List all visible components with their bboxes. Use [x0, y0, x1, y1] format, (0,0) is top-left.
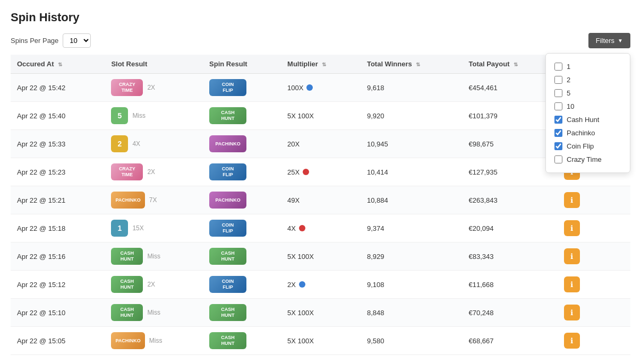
filter-option-cash-hunt[interactable]: Cash Hunt: [554, 113, 621, 126]
info-button[interactable]: ℹ: [564, 276, 580, 292]
spin-result-cell: PACHINKO: [203, 186, 281, 214]
filter-checkbox-cash-hunt[interactable]: [554, 116, 562, 124]
spin-result-badge: COINFLIP: [209, 163, 246, 180]
slot-badge: PACHINKO: [111, 332, 144, 349]
spin-result-badge: CASHHUNT: [209, 304, 246, 321]
occurred-at-cell: Apr 22 @ 15:12: [11, 271, 105, 299]
total-winners-cell: 8,929: [361, 242, 463, 271]
spin-result-cell: CASHHUNT: [203, 299, 281, 327]
slot-multiplier-text: Miss: [149, 337, 163, 344]
table-row: Apr 22 @ 15:33 2 4X PACHINKO 20X 10,945 …: [11, 130, 630, 158]
total-payout-cell: €83,343: [462, 242, 558, 271]
slot-multiplier-text: 2X: [147, 281, 155, 288]
col-multiplier[interactable]: Multiplier ⇅: [281, 55, 361, 74]
info-button[interactable]: ℹ: [564, 333, 580, 349]
watch-video-cell: ℹ: [558, 271, 630, 299]
slot-result-cell: CASHHUNT Miss: [105, 242, 203, 271]
multiplier-value: 20X: [287, 140, 300, 148]
table-row: Apr 22 @ 15:16 CASHHUNT Miss CASHHUNT 5X…: [11, 242, 630, 271]
total-payout-cell: €101,379: [462, 102, 558, 130]
filter-checkbox-crazy-time[interactable]: [554, 155, 562, 163]
filter-checkbox-10[interactable]: [554, 102, 562, 110]
multiplier-cell: 100X: [281, 74, 361, 102]
occurred-at-cell: Apr 22 @ 15:21: [11, 186, 105, 214]
slot-multiplier-text: Miss: [147, 309, 160, 316]
slot-result-cell: PACHINKO Miss: [105, 327, 203, 355]
total-payout-cell: €454,461: [462, 74, 558, 102]
slot-badge: CASHHUNT: [111, 276, 143, 293]
total-winners-cell: 8,848: [361, 299, 463, 327]
info-button[interactable]: ℹ: [564, 220, 580, 236]
spin-history-table: Occured At ⇅ Slot Result Spin Result Mul…: [11, 55, 630, 355]
total-winners-cell: 10,945: [361, 130, 463, 158]
total-payout-cell: €11,668: [462, 271, 558, 299]
spin-result-cell: COINFLIP: [203, 74, 281, 102]
multiplier-cell: 20X: [281, 130, 361, 158]
filters-arrow-icon: ▼: [618, 38, 623, 44]
sort-icon-winners: ⇅: [416, 62, 420, 67]
filters-label: Filters: [596, 37, 614, 45]
filters-button[interactable]: Filters ▼: [588, 33, 630, 48]
multiplier-cell: 5X 100X: [281, 327, 361, 355]
slot-badge: CRAZYTIME: [111, 163, 143, 180]
slot-badge: CRAZYTIME: [111, 79, 143, 96]
page-title: Spin History: [11, 11, 630, 24]
filter-checkbox-pachinko[interactable]: [554, 129, 562, 137]
total-winners-cell: 9,920: [361, 102, 463, 130]
spin-result-cell: PACHINKO: [203, 130, 281, 158]
spins-per-page-select[interactable]: 10 25 50: [63, 33, 91, 48]
filter-option-pachinko[interactable]: Pachinko: [554, 126, 621, 140]
spin-result-cell: COINFLIP: [203, 214, 281, 242]
filter-checkbox-coin-flip[interactable]: [554, 142, 562, 150]
col-total-payout[interactable]: Total Payout ⇅: [462, 55, 558, 74]
sort-icon-payout: ⇅: [514, 62, 518, 67]
slot-number-badge: 2: [111, 135, 128, 152]
multiplier-value: 2X: [287, 281, 296, 289]
sort-icon-multiplier: ⇅: [322, 62, 326, 67]
table-row: Apr 22 @ 15:12 CASHHUNT 2X COINFLIP 2X 9…: [11, 271, 630, 299]
total-payout-cell: €98,675: [462, 130, 558, 158]
multiplier-value: 100X: [287, 84, 303, 92]
multiplier-cell: 2X: [281, 271, 361, 299]
slot-multiplier-text: 7X: [149, 196, 157, 204]
multiplier-cell: 5X 100X: [281, 102, 361, 130]
dot-blue-icon: [306, 84, 313, 91]
occurred-at-cell: Apr 22 @ 15:23: [11, 158, 105, 186]
spin-result-cell: CASHHUNT: [203, 327, 281, 355]
info-button[interactable]: ℹ: [564, 305, 580, 320]
filter-option-2[interactable]: 2: [554, 73, 621, 86]
col-slot-result: Slot Result: [105, 55, 203, 74]
spins-per-page-control: Spins Per Page 10 25 50: [11, 33, 91, 48]
occurred-at-cell: Apr 22 @ 15:10: [11, 299, 105, 327]
watch-video-cell: ℹ: [558, 299, 630, 327]
total-winners-cell: 10,884: [361, 186, 463, 214]
filter-checkbox-2[interactable]: [554, 76, 562, 84]
filter-checkbox-1[interactable]: [554, 63, 562, 71]
total-payout-cell: €20,094: [462, 214, 558, 242]
filter-option-coin-flip[interactable]: Coin Flip: [554, 140, 621, 153]
filter-option-10[interactable]: 10: [554, 100, 621, 113]
dot-red-icon: [303, 169, 309, 175]
slot-multiplier-text: 4X: [132, 140, 140, 148]
col-occurred-at[interactable]: Occured At ⇅: [11, 55, 105, 74]
filter-option-5[interactable]: 5: [554, 86, 621, 100]
slot-multiplier-text: 15X: [132, 224, 143, 232]
total-winners-cell: 9,374: [361, 214, 463, 242]
slot-result-cell: CRAZYTIME 2X: [105, 74, 203, 102]
info-button[interactable]: ℹ: [564, 248, 580, 264]
info-button[interactable]: ℹ: [564, 192, 580, 208]
slot-badge: CASHHUNT: [111, 304, 143, 321]
multiplier-value: 5X 100X: [287, 253, 314, 261]
slot-result-cell: PACHINKO 7X: [105, 186, 203, 214]
col-total-winners[interactable]: Total Winners ⇅: [361, 55, 463, 74]
total-payout-cell: €68,667: [462, 327, 558, 355]
slot-result-cell: 2 4X: [105, 130, 203, 158]
spin-result-badge: CASHHUNT: [209, 107, 246, 124]
filter-option-1[interactable]: 1: [554, 60, 621, 73]
multiplier-cell: 49X: [281, 186, 361, 214]
dot-red-icon: [299, 225, 305, 231]
total-winners-cell: 10,414: [361, 158, 463, 186]
spin-result-cell: CASHHUNT: [203, 242, 281, 271]
filter-option-crazy-time[interactable]: Crazy Time: [554, 153, 621, 166]
filter-checkbox-5[interactable]: [554, 89, 562, 97]
